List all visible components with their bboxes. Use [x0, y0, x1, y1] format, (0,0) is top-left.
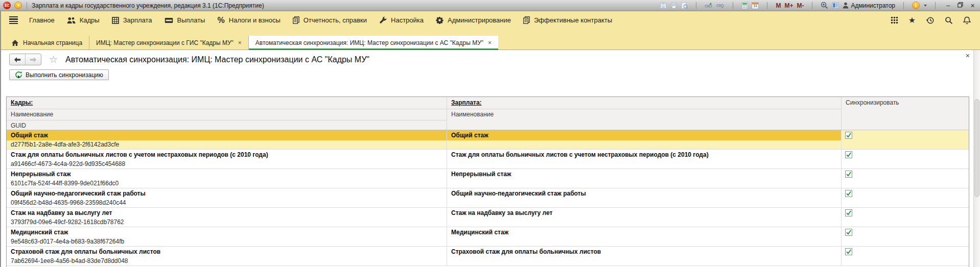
kadry-name-cell[interactable]: Общий научно-педагогический стаж работы: [7, 188, 447, 199]
split-columns-icon[interactable]: [832, 2, 839, 10]
sync-checkbox[interactable]: [845, 248, 852, 255]
table-row[interactable]: Общий стаж d277f5b1-2a8e-4dfa-afe3-2f614…: [7, 130, 969, 150]
form-area: ☆ Автоматическая синхронизация: ИМЦ: Мас…: [0, 50, 980, 267]
kadry-name-cell[interactable]: Медицинский стаж: [7, 227, 447, 237]
1c-logo-icon: 1С: [3, 2, 11, 9]
current-user[interactable]: Администратор: [843, 2, 895, 9]
system-menu-button[interactable]: [14, 2, 22, 9]
zarplata-name-cell[interactable]: Стаж на надбавку за выслугу лет: [447, 208, 841, 218]
sync-checkbox[interactable]: [845, 209, 852, 216]
close-button[interactable]: ×: [968, 2, 977, 10]
tab-home[interactable]: Начальная страница: [5, 36, 89, 50]
zarplata-name-cell[interactable]: Медицинский стаж: [447, 227, 841, 237]
menu-item-administrirovanie[interactable]: Администрирование: [430, 11, 517, 29]
kadry-header-label[interactable]: Кадры:: [7, 97, 447, 109]
scrollbar-thumb[interactable]: [974, 99, 979, 197]
apps-grid-icon[interactable]: [891, 16, 898, 24]
menu-item-effektivnye-kontrakty[interactable]: Эффективные контракты: [517, 11, 618, 29]
zarplata-header-label[interactable]: Зарплата:: [447, 97, 841, 109]
info-button[interactable]: i: [912, 2, 920, 9]
minimize-button[interactable]: –: [944, 2, 952, 10]
zarplata-name-cell[interactable]: Общий стаж: [447, 130, 841, 140]
zarplata-name-cell[interactable]: Непрерывный стаж: [447, 169, 841, 179]
menu-item-zarplata[interactable]: Зарплата: [106, 11, 158, 29]
calendar-icon[interactable]: 31: [752, 2, 759, 10]
save-icon[interactable]: [660, 2, 667, 10]
table-row[interactable]: Непрерывный стаж 6101c7fa-524f-44ff-8399…: [7, 169, 969, 188]
header-col-sync: Синхронизировать: [842, 97, 969, 130]
tab-label: Автоматическая синхронизация: ИМЦ: Масте…: [255, 39, 483, 46]
reports-icon: [293, 16, 299, 24]
favorite-star-icon[interactable]: ☆: [49, 55, 58, 64]
menu-item-vyplaty[interactable]: Выплаты: [158, 11, 212, 29]
search-icon[interactable]: [945, 16, 953, 25]
sync-checkbox[interactable]: [845, 171, 852, 178]
menu-item-glavnoe[interactable]: Главное: [23, 11, 61, 29]
table-row[interactable]: Медицинский стаж 9e548c63-d017-4e4a-b683…: [7, 227, 969, 247]
hamburger-menu-icon[interactable]: [9, 16, 18, 25]
guid-cell[interactable]: 7ab62694-1ee8-4a56-b4ad-83de7d8dd048: [7, 257, 447, 265]
table-row[interactable]: Общий научно-педагогический стаж работы …: [7, 188, 969, 208]
divider: [27, 2, 27, 9]
divider: [935, 2, 936, 9]
guid-cell[interactable]: d277f5b1-2a8e-4dfa-afe3-2f6142ad3cfe: [7, 140, 447, 149]
menu-item-nastroyka[interactable]: Настройка: [373, 11, 430, 29]
chevron-down-icon: [17, 5, 20, 7]
zarplata-name-cell[interactable]: Страховой стаж для оплаты больничных лис…: [447, 247, 841, 257]
print-icon[interactable]: [670, 2, 678, 10]
memory-recall-button[interactable]: M: [776, 2, 781, 9]
tab-sync-master-gis[interactable]: ИМЦ: Мастер синхронизации с ГИС "Кадры М…: [89, 36, 248, 50]
title-bar: 1С Зарплата и кадры государственного учр…: [0, 0, 980, 11]
contracts-icon: [523, 16, 530, 24]
menu-item-kadry[interactable]: Кадры: [61, 11, 106, 29]
sync-checkbox[interactable]: [845, 151, 852, 158]
info-dropdown-icon[interactable]: [924, 5, 927, 7]
sync-checkbox[interactable]: [845, 132, 852, 139]
favorites-star-icon[interactable]: ★: [908, 16, 916, 25]
tab-auto-sync[interactable]: Автоматическая синхронизация: ИМЦ: Масте…: [248, 36, 498, 50]
zoom-icon[interactable]: [821, 2, 828, 10]
calculator-icon[interactable]: [741, 2, 748, 10]
form-close-icon[interactable]: ×: [966, 52, 970, 60]
forward-button[interactable]: [25, 54, 41, 65]
back-button[interactable]: [10, 54, 25, 65]
sync-checkbox[interactable]: [845, 229, 852, 236]
print-preview-icon[interactable]: [681, 2, 688, 10]
kadry-name-cell[interactable]: Стаж для оплаты больничных листов с учет…: [7, 150, 447, 160]
naimenovanie-header-label: Наименование: [7, 109, 447, 120]
get-link-icon[interactable]: [705, 2, 713, 10]
vertical-scrollbar[interactable]: [973, 50, 980, 267]
tab-bar: Начальная страница ИМЦ: Мастер синхрониз…: [0, 29, 980, 50]
menu-item-label: Кадры: [80, 16, 100, 24]
guid-cell[interactable]: 6101c7fa-524f-44ff-8399-9de021f66dc0: [7, 179, 447, 188]
kadry-name-cell[interactable]: Страховой стаж для оплаты больничных лис…: [7, 247, 447, 257]
memory-minus-button[interactable]: M-: [797, 2, 804, 9]
restore-button[interactable]: [956, 2, 965, 10]
percent-icon: %: [217, 16, 224, 25]
run-sync-button[interactable]: Выполнить синхронизацию: [9, 69, 109, 80]
run-sync-button-label: Выполнить синхронизацию: [26, 71, 103, 79]
tab-close-icon[interactable]: ×: [238, 40, 242, 46]
table-grid-icon: [112, 17, 119, 24]
notifications-bell-icon[interactable]: [963, 16, 971, 25]
kadry-name-cell[interactable]: Общий стаж: [7, 130, 447, 140]
kadry-name-cell[interactable]: Непрерывный стаж: [7, 169, 447, 179]
zarplata-name-cell[interactable]: Стаж для оплаты больничных листов с учет…: [447, 150, 841, 160]
table-row[interactable]: Стаж на надбавку за выслугу лет 3793f79d…: [7, 208, 969, 227]
kadry-name-cell[interactable]: Стаж на надбавку за выслугу лет: [7, 208, 447, 218]
guid-cell[interactable]: 9e548c63-d017-4e4a-b683-9a38f67264fb: [7, 237, 447, 246]
guid-cell[interactable]: 3793f79d-09e6-49cf-9282-1618cdb78762: [7, 218, 447, 227]
memory-plus-button[interactable]: M+: [784, 2, 793, 9]
go-to-link-icon[interactable]: [716, 2, 725, 10]
sync-checkbox[interactable]: [845, 190, 852, 197]
history-icon[interactable]: [926, 16, 935, 25]
guid-cell[interactable]: a91466cf-4673-4c4a-922d-9d935c454688: [7, 160, 447, 168]
table-row[interactable]: Страховой стаж для оплаты больничных лис…: [7, 247, 969, 266]
table-row[interactable]: Стаж для оплаты больничных листов с учет…: [7, 150, 969, 169]
menu-item-otchetnost[interactable]: Отчетность, справки: [287, 11, 373, 29]
guid-cell[interactable]: 09f456d2-b48d-4635-9968-23598d240c44: [7, 199, 447, 207]
divider: [767, 2, 767, 9]
menu-item-nalogi[interactable]: % Налоги и взносы: [211, 11, 286, 29]
tab-close-icon[interactable]: ×: [488, 40, 492, 46]
zarplata-name-cell[interactable]: Общий научно-педагогический стаж работы: [447, 188, 841, 199]
